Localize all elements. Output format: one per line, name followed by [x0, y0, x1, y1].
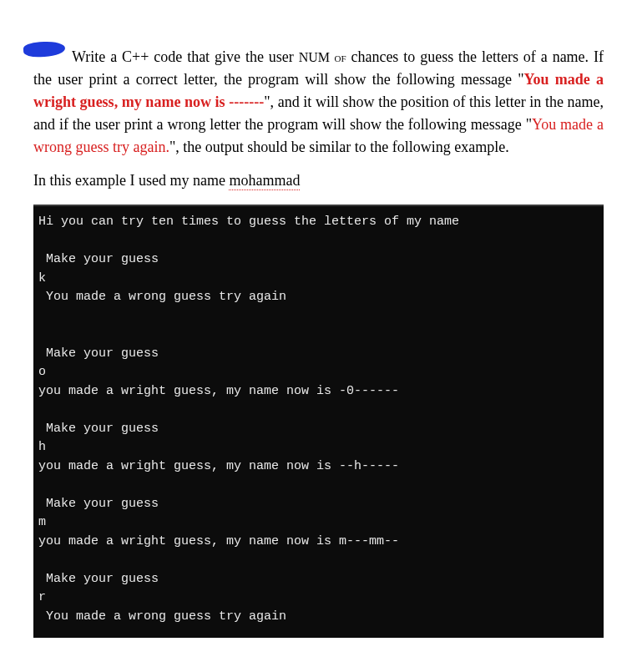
terminal-line: You made a wrong guess try again: [33, 608, 604, 627]
terminal-line: Hi you can try ten times to guess the le…: [33, 213, 604, 232]
terminal-line: k: [33, 270, 604, 289]
question-paragraph: Write a C++ code that give the user NUM …: [33, 46, 604, 159]
terminal-line: Make your guess: [33, 570, 604, 589]
terminal-line: Make your guess: [33, 250, 604, 270]
q-num: NUM of: [299, 50, 346, 64]
terminal-output: Hi you can try ten times to guess the le…: [33, 205, 604, 638]
terminal-line: Make your guess: [33, 495, 604, 514]
terminal-line: [33, 551, 604, 570]
question-text: Write a C++ code that give the user NUM …: [33, 46, 604, 159]
q-after-wrong: ", the output should be similar to the f…: [169, 139, 509, 155]
example-intro: In this example I used my name mohammad: [33, 172, 604, 189]
terminal-line: Make your guess: [33, 345, 604, 364]
example-intro-pre: In this example I used my name: [33, 172, 229, 189]
terminal-line: You made a wrong guess try again: [33, 288, 604, 307]
q-pre: Write a C++ code that give the user: [72, 48, 299, 65]
terminal-line: Make your guess: [33, 420, 604, 439]
terminal-line: [33, 401, 604, 420]
terminal-line: [33, 232, 604, 251]
terminal-line: you made a wright guess, my name now is …: [33, 457, 604, 477]
terminal-line: [33, 307, 604, 326]
terminal-line: you made a wright guess, my name now is …: [33, 533, 604, 552]
terminal-line: m: [33, 513, 604, 533]
terminal-line: [33, 476, 604, 495]
terminal-line: h: [33, 438, 604, 457]
terminal-line: o: [33, 363, 604, 382]
terminal-line: [33, 326, 604, 345]
terminal-line: you made a wright guess, my name now is …: [33, 382, 604, 402]
example-name: mohammad: [229, 172, 300, 190]
terminal-line: r: [33, 589, 604, 608]
